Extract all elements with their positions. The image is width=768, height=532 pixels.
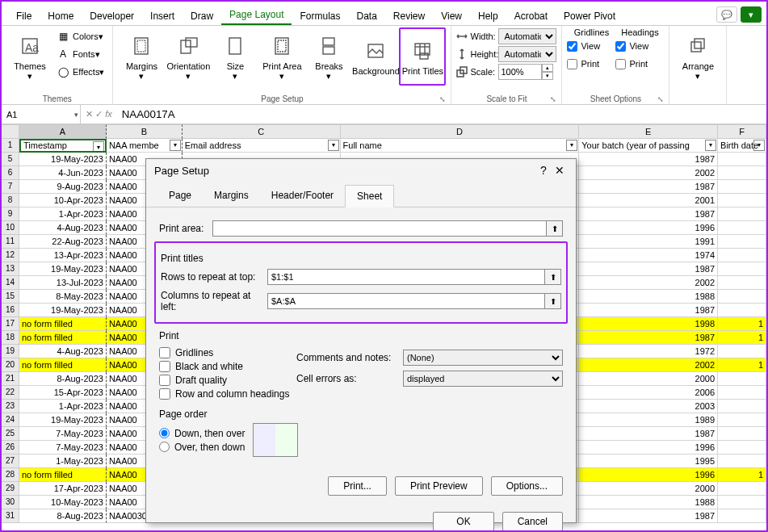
cell[interactable]: 15-Apr-2023: [19, 386, 107, 400]
row-header-30[interactable]: 30: [2, 496, 19, 509]
dialog-close-button[interactable]: ✕: [552, 164, 568, 177]
row-header-6[interactable]: 6: [2, 166, 19, 180]
ok-button[interactable]: OK: [433, 512, 493, 531]
row-header-25[interactable]: 25: [2, 427, 19, 441]
cell[interactable]: 19-May-2023: [19, 262, 107, 276]
namebox-dropdown-icon[interactable]: ▾: [74, 111, 78, 119]
cell[interactable]: 1: [718, 358, 766, 372]
cell[interactable]: [718, 455, 766, 468]
gridlines-view-check[interactable]: View: [567, 37, 615, 55]
col-header-B[interactable]: B: [107, 124, 183, 139]
tab-help[interactable]: Help: [470, 7, 506, 25]
cell[interactable]: [718, 372, 766, 386]
cell[interactable]: 19-May-2023: [19, 413, 107, 427]
row-header-10[interactable]: 10: [2, 221, 19, 235]
cell[interactable]: 1987: [579, 207, 718, 221]
colors-button[interactable]: ▦Colors ▾: [53, 27, 107, 45]
cell[interactable]: 1987: [579, 180, 718, 194]
cell[interactable]: 19-May-2023: [19, 153, 107, 166]
row-header-17[interactable]: 17: [2, 317, 19, 331]
tab-file[interactable]: File: [8, 7, 40, 25]
cell[interactable]: 1: [718, 317, 766, 331]
print-button[interactable]: Print...: [328, 476, 387, 496]
cell[interactable]: 13-Jul-2023: [19, 276, 107, 290]
cell[interactable]: 17-Apr-2023: [19, 482, 107, 496]
dialog-tab-header-footer[interactable]: Header/Footer: [260, 185, 345, 207]
cell[interactable]: 10-May-2023: [19, 496, 107, 509]
row-header-11[interactable]: 11: [2, 235, 19, 249]
cell[interactable]: [718, 207, 766, 221]
row-header-9[interactable]: 9: [2, 207, 19, 221]
cell[interactable]: 1974: [579, 249, 718, 262]
row-header-8[interactable]: 8: [2, 194, 19, 207]
cell[interactable]: 1972: [579, 345, 718, 358]
tab-page-layout[interactable]: Page Layout: [221, 6, 292, 25]
cell[interactable]: 2002: [579, 276, 718, 290]
row-header-12[interactable]: 12: [2, 249, 19, 262]
tab-power-pivot[interactable]: Power Pivot: [556, 7, 623, 25]
row-header-24[interactable]: 24: [2, 413, 19, 427]
col-header-D[interactable]: D: [341, 124, 580, 139]
print-area-button[interactable]: Print Area▾: [258, 27, 305, 86]
comments-button[interactable]: 💬: [716, 6, 737, 23]
cell[interactable]: 7-May-2023: [19, 427, 107, 441]
row-header-5[interactable]: 5: [2, 153, 19, 166]
cell[interactable]: 1996: [579, 441, 718, 455]
cell[interactable]: [718, 166, 766, 180]
row-header-13[interactable]: 13: [2, 262, 19, 276]
page-setup-launcher-icon[interactable]: ⤡: [439, 95, 446, 103]
cell[interactable]: 9-Aug-2023: [19, 180, 107, 194]
row-header-20[interactable]: 20: [2, 358, 19, 372]
themes-button[interactable]: Aa Themes▾: [6, 27, 53, 86]
select-all-cell[interactable]: [2, 124, 19, 139]
row-header-22[interactable]: 22: [2, 386, 19, 400]
cell[interactable]: 2002: [579, 358, 718, 372]
cell[interactable]: 2000: [579, 482, 718, 496]
cancel-button[interactable]: Cancel: [502, 512, 563, 531]
cell[interactable]: [718, 400, 766, 413]
cell[interactable]: no form filled: [19, 358, 107, 372]
col-header-F[interactable]: F: [718, 124, 766, 139]
size-button[interactable]: Size▾: [212, 27, 258, 86]
scale-launcher-icon[interactable]: ⤡: [550, 95, 556, 103]
cell[interactable]: 1-Apr-2023: [19, 400, 107, 413]
headings-print-check[interactable]: Print: [615, 55, 664, 73]
row-header-1[interactable]: 1: [2, 139, 19, 153]
rows-repeat-range-button[interactable]: ⬆: [545, 269, 561, 285]
filter-button[interactable]: ▾: [170, 140, 181, 151]
column-header-cell[interactable]: Timestamp▾: [19, 139, 107, 153]
cell[interactable]: [718, 276, 766, 290]
fonts-button[interactable]: AFonts ▾: [53, 45, 107, 63]
cell[interactable]: [718, 304, 766, 317]
print-area-range-button[interactable]: ⬆: [547, 220, 563, 237]
margins-button[interactable]: Margins▾: [118, 27, 165, 86]
cell[interactable]: 2000: [579, 372, 718, 386]
row-header-26[interactable]: 26: [2, 441, 19, 455]
cell[interactable]: 8-May-2023: [19, 290, 107, 304]
scale-up-button[interactable]: ▴: [542, 64, 553, 72]
cell[interactable]: 2006: [579, 386, 718, 400]
row-header-28[interactable]: 28: [2, 468, 19, 482]
col-header-C[interactable]: C: [183, 124, 341, 139]
name-box[interactable]: A1▾: [2, 105, 81, 124]
cell[interactable]: 1: [718, 468, 766, 482]
cell[interactable]: [718, 194, 766, 207]
cell[interactable]: 1987: [579, 153, 718, 166]
rows-repeat-input[interactable]: [267, 269, 545, 285]
cell[interactable]: 1995: [579, 455, 718, 468]
cell[interactable]: 1: [718, 331, 766, 345]
cell[interactable]: 1987: [579, 331, 718, 345]
tab-developer[interactable]: Developer: [82, 7, 142, 25]
over-down-radio[interactable]: Over, then down: [159, 442, 245, 453]
column-header-cell[interactable]: NAA membe▾: [107, 139, 183, 153]
cell[interactable]: [718, 345, 766, 358]
cell[interactable]: 1996: [579, 221, 718, 235]
row-header-15[interactable]: 15: [2, 290, 19, 304]
tab-draw[interactable]: Draw: [183, 7, 221, 25]
dialog-tab-sheet[interactable]: Sheet: [345, 185, 394, 207]
filter-button[interactable]: ▾: [753, 140, 765, 151]
cell[interactable]: 1-Apr-2023: [19, 207, 107, 221]
cell[interactable]: [718, 262, 766, 276]
column-header-cell[interactable]: Full name▾: [341, 139, 580, 153]
draft-check[interactable]: Draft quality: [159, 375, 296, 386]
